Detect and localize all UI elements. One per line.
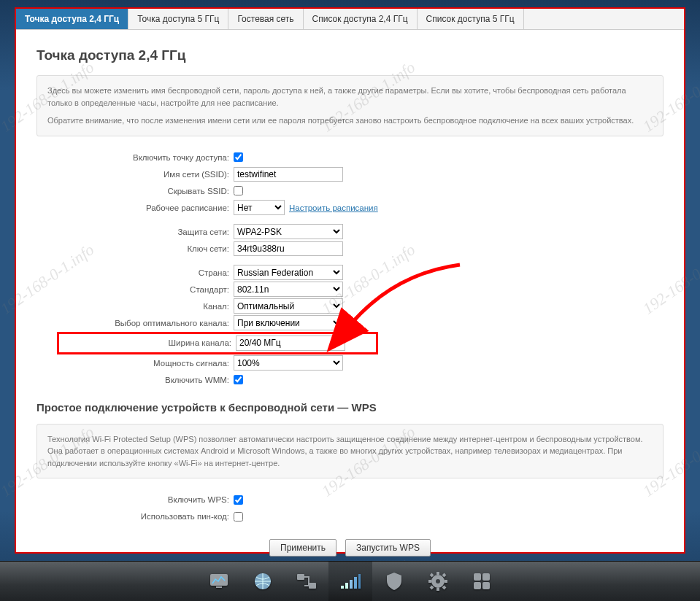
intro-p1: Здесь вы можете изменить имя беспроводно… <box>47 85 653 109</box>
checkbox-wmm[interactable] <box>234 375 243 384</box>
label-opt-channel: Выбор оптимального канала: <box>36 319 234 327</box>
checkbox-wps-pin[interactable] <box>234 512 243 521</box>
label-standard: Стандарт: <box>36 285 234 294</box>
checkbox-hide-ssid[interactable] <box>234 186 243 195</box>
link-configure-schedule[interactable]: Настроить расписания <box>289 203 378 212</box>
select-schedule[interactable]: Нет <box>234 200 285 215</box>
apply-button[interactable]: Применить <box>269 539 336 557</box>
page-title: Точка доступа 2,4 ГГц <box>36 47 664 63</box>
select-security[interactable]: WPA2-PSK <box>234 224 343 239</box>
dock-wifi-icon[interactable] <box>328 562 372 602</box>
wps-box: Технология Wi-Fi Protected Setup (WPS) п… <box>36 424 664 479</box>
label-country: Страна: <box>36 268 234 277</box>
svg-line-19 <box>431 586 433 589</box>
dock-globe-icon[interactable] <box>241 562 285 602</box>
svg-line-16 <box>431 574 433 576</box>
input-ssid[interactable] <box>234 167 343 182</box>
svg-rect-23 <box>482 582 490 589</box>
svg-rect-3 <box>297 574 304 580</box>
tab-acl-5[interactable]: Список доступа 5 ГГц <box>418 9 524 29</box>
intro-box: Здесь вы можете изменить имя беспроводно… <box>36 75 664 136</box>
bottom-dock <box>0 561 700 601</box>
svg-line-18 <box>443 574 445 576</box>
svg-rect-20 <box>474 573 481 581</box>
select-power[interactable]: 100% <box>234 355 343 371</box>
select-opt-channel[interactable]: При включении <box>234 315 343 330</box>
dock-apps-icon[interactable] <box>460 562 504 602</box>
tabs: Точка доступа 2,4 ГГц Точка доступа 5 ГГ… <box>16 9 684 30</box>
highlight-channel-width: Ширина канала: 20/40 МГц <box>57 332 378 354</box>
label-enable-ap: Включить точку доступа: <box>36 153 234 162</box>
select-standard[interactable]: 802.11n <box>234 282 343 297</box>
label-wmm: Включить WMM: <box>36 376 234 384</box>
label-key: Ключ сети: <box>36 244 234 253</box>
svg-rect-1 <box>216 586 222 588</box>
select-channel[interactable]: Оптимальный <box>234 298 343 314</box>
label-hide-ssid: Скрывать SSID: <box>36 187 234 195</box>
svg-rect-7 <box>350 580 353 589</box>
wps-title: Простое подключение устройств к беспрово… <box>36 401 664 414</box>
label-width: Ширина канала: <box>59 338 236 347</box>
label-ssid: Имя сети (SSID): <box>36 170 234 179</box>
svg-rect-4 <box>309 583 316 589</box>
input-key[interactable] <box>234 241 343 256</box>
svg-rect-5 <box>341 586 344 589</box>
dock-shield-icon[interactable] <box>372 562 416 602</box>
svg-rect-9 <box>358 574 361 589</box>
label-wps-pin: Использовать пин-код: <box>36 512 234 521</box>
label-security: Защита сети: <box>36 228 234 236</box>
intro-p2: Обратите внимание, что после изменения и… <box>47 115 653 127</box>
run-wps-button[interactable]: Запустить WPS <box>345 539 431 557</box>
label-channel: Канал: <box>36 302 234 311</box>
svg-point-11 <box>436 579 440 583</box>
svg-line-17 <box>443 586 445 589</box>
svg-rect-22 <box>474 582 481 589</box>
select-country[interactable]: Russian Federation <box>234 265 343 280</box>
tab-ap-5[interactable]: Точка доступа 5 ГГц <box>128 9 228 29</box>
select-width[interactable]: 20/40 МГц <box>236 336 345 351</box>
tab-ap-2-4[interactable]: Точка доступа 2,4 ГГц <box>16 9 128 29</box>
tab-acl-2-4[interactable]: Список доступа 2,4 ГГц <box>304 9 418 29</box>
wps-text: Технология Wi-Fi Protected Setup (WPS) п… <box>47 433 653 470</box>
tab-guest[interactable]: Гостевая сеть <box>228 9 303 29</box>
label-power: Мощность сигнала: <box>36 359 234 368</box>
dock-monitor-icon[interactable] <box>197 562 241 602</box>
dock-network-icon[interactable] <box>285 562 328 602</box>
label-schedule: Рабочее расписание: <box>36 203 234 212</box>
checkbox-wps[interactable] <box>234 495 243 505</box>
svg-rect-21 <box>482 573 490 581</box>
label-wps-enable: Включить WPS: <box>36 495 234 504</box>
dock-gear-icon[interactable] <box>416 562 460 602</box>
svg-rect-6 <box>345 583 348 589</box>
svg-rect-8 <box>354 577 357 589</box>
checkbox-enable-ap[interactable] <box>234 152 243 162</box>
